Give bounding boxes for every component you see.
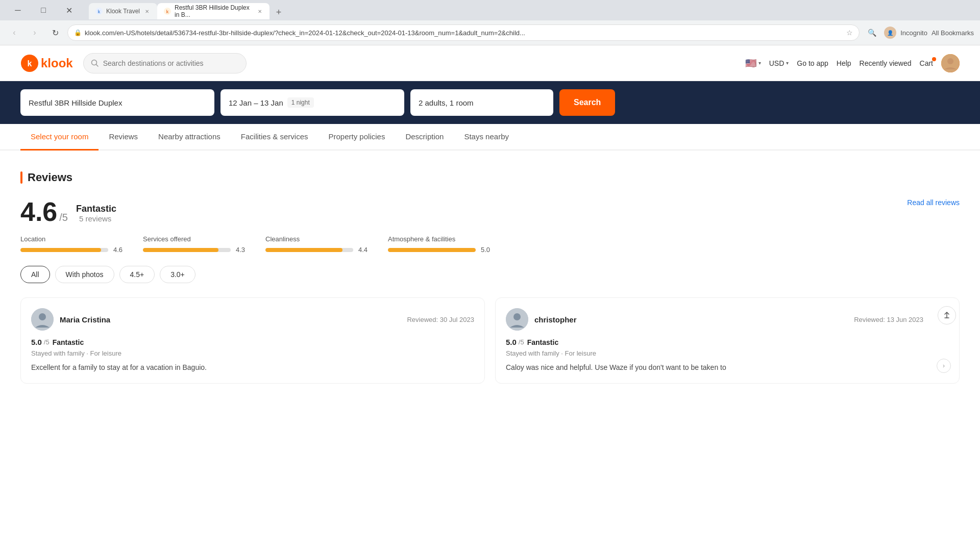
- read-all-reviews-link[interactable]: Read all reviews: [907, 198, 960, 207]
- rating-cat-cleanliness: Cleanliness 4.4: [265, 235, 368, 254]
- back-button[interactable]: ‹: [6, 24, 22, 41]
- klook-logo[interactable]: k klook: [20, 54, 73, 72]
- guests-search-field[interactable]: 2 adults, 1 room: [410, 89, 553, 116]
- klook-header: k klook 🇺🇸 ▾ USD ▾ Go to app Help Recent…: [0, 45, 980, 81]
- svg-point-11: [39, 313, 46, 320]
- dates-search-field[interactable]: 12 Jan – 13 Jan 1 night: [220, 89, 404, 116]
- review-score-1: 5.0: [31, 338, 42, 346]
- tab-description[interactable]: Description: [395, 124, 454, 151]
- rating-cat-location: Location 4.6: [20, 235, 122, 254]
- review-date-1: Reviewed: 30 Jul 2023: [407, 316, 474, 323]
- cat-cleanliness-bar-fill: [265, 248, 342, 252]
- cat-cleanliness-label: Cleanliness: [265, 235, 368, 243]
- recently-viewed-link[interactable]: Recently viewed: [860, 59, 912, 67]
- section-title-text: Reviews: [28, 171, 72, 184]
- reviewer-avatar-2: [506, 308, 528, 331]
- filter-all-pill[interactable]: All: [20, 266, 50, 283]
- flag-icon: 🇺🇸: [745, 58, 756, 69]
- card-arrow-right[interactable]: ›: [937, 359, 951, 373]
- cat-services-score: 4.3: [236, 246, 245, 254]
- minimize-button[interactable]: ─: [6, 2, 30, 18]
- tab-restful-duplex[interactable]: k Restful 3BR Hillside Duplex in B... ✕: [157, 3, 270, 19]
- review-card-1: Maria Cristina Reviewed: 30 Jul 2023 5.0…: [20, 297, 485, 384]
- cart-link[interactable]: Cart: [920, 59, 933, 67]
- cat-location-bar-fill: [20, 248, 101, 252]
- cat-cleanliness-bar-row: 4.4: [265, 246, 368, 254]
- rating-cat-services: Services offered 4.3: [143, 235, 245, 254]
- browser-chrome: ─ □ ✕ k Klook Travel ✕ k Restful 3BR Hil…: [0, 0, 980, 45]
- cat-atmosphere-bar-fill: [388, 248, 476, 252]
- tab-title-active: Restful 3BR Hillside Duplex in B...: [175, 4, 253, 18]
- review-rating-1: 5.0 /5 Fantastic: [31, 338, 474, 346]
- filter-3plus-pill[interactable]: 3.0+: [160, 266, 195, 283]
- cat-location-bar-row: 4.6: [20, 246, 122, 254]
- user-avatar[interactable]: [941, 54, 960, 72]
- bookmark-star-icon[interactable]: ☆: [846, 29, 853, 37]
- tab-stays-nearby[interactable]: Stays nearby: [454, 124, 519, 151]
- search-banner: Restful 3BR Hillside Duplex 12 Jan – 13 …: [0, 81, 980, 124]
- review-rating-label-1: Fantastic: [53, 338, 84, 346]
- property-name-text: Restful 3BR Hillside Duplex: [29, 98, 122, 107]
- language-selector[interactable]: 🇺🇸 ▾: [745, 58, 761, 69]
- browser-titlebar: ─ □ ✕ k Klook Travel ✕ k Restful 3BR Hil…: [0, 0, 980, 20]
- title-bar-accent: [20, 171, 22, 184]
- tab-klook-travel[interactable]: k Klook Travel ✕: [89, 3, 157, 19]
- reviews-section: Reviews 4.6 /5 Fantastic 5 reviews Read …: [0, 151, 980, 394]
- tab-title: Klook Travel: [106, 8, 140, 15]
- reviewer-header-1: Maria Cristina Reviewed: 30 Jul 2023: [31, 308, 474, 331]
- refresh-button[interactable]: ↻: [47, 24, 63, 41]
- maximize-button[interactable]: □: [32, 2, 55, 18]
- cat-services-label: Services offered: [143, 235, 245, 243]
- tab-nearby-attractions[interactable]: Nearby attractions: [148, 124, 231, 151]
- logo-text: klook: [41, 56, 73, 70]
- lock-icon: 🔒: [74, 29, 82, 36]
- cat-cleanliness-score: 4.4: [358, 246, 368, 254]
- review-meta-2: Stayed with family · For leisure: [506, 349, 949, 357]
- svg-point-9: [947, 58, 953, 64]
- filter-with-photos-pill[interactable]: With photos: [55, 266, 114, 283]
- reviewer-avatar-1: [31, 308, 54, 331]
- header-search-bar[interactable]: [83, 53, 247, 73]
- overall-score: 4.6: [20, 198, 57, 225]
- overall-denom: /5: [59, 212, 68, 223]
- review-date-2: Reviewed: 13 Jun 2023: [854, 316, 923, 323]
- cat-atmosphere-bar-row: 5.0: [388, 246, 490, 254]
- reviewer-header-2: christopher Reviewed: 13 Jun 2023: [506, 308, 949, 331]
- cat-cleanliness-bar-bg: [265, 248, 353, 252]
- tab-property-policies[interactable]: Property policies: [318, 124, 396, 151]
- tab-facilities-services[interactable]: Facilities & services: [231, 124, 318, 151]
- scroll-top-button[interactable]: [938, 306, 956, 324]
- address-bar[interactable]: 🔒 klook.com/en-US/hotels/detail/536734-r…: [67, 24, 860, 41]
- search-button[interactable]: Search: [559, 89, 615, 116]
- cat-services-bar-fill: [143, 248, 218, 252]
- extension-icon[interactable]: 🔍: [864, 24, 880, 41]
- bookmarks-label[interactable]: All Bookmarks: [932, 29, 974, 37]
- search-icon: [91, 59, 99, 67]
- currency-selector[interactable]: USD ▾: [769, 59, 789, 67]
- forward-button[interactable]: ›: [27, 24, 43, 41]
- review-score-2: 5.0: [506, 338, 517, 346]
- browser-toolbar: ‹ › ↻ 🔒 klook.com/en-US/hotels/detail/53…: [0, 20, 980, 45]
- night-badge: 1 night: [287, 97, 314, 108]
- tab-reviews[interactable]: Reviews: [99, 124, 148, 151]
- avatar-image: [941, 54, 960, 72]
- tab-select-room[interactable]: Select your room: [20, 124, 99, 151]
- dates-text: 12 Jan – 13 Jan: [229, 98, 283, 107]
- new-tab-button[interactable]: +: [272, 5, 286, 19]
- rating-label: Fantastic: [76, 204, 116, 214]
- window-controls: ─ □ ✕: [6, 2, 81, 18]
- svg-point-15: [513, 313, 521, 320]
- go-to-app-link[interactable]: Go to app: [797, 59, 828, 67]
- close-button[interactable]: ✕: [57, 2, 81, 18]
- review-rating-label-2: Fantastic: [527, 338, 558, 346]
- reviewer-info-1: Maria Cristina: [60, 315, 401, 324]
- filter-4plus-pill[interactable]: 4.5+: [119, 266, 155, 283]
- profile-icon[interactable]: 👤: [882, 24, 898, 41]
- help-link[interactable]: Help: [837, 59, 851, 67]
- property-search-field[interactable]: Restful 3BR Hillside Duplex: [20, 89, 214, 116]
- tab-close-icon[interactable]: ✕: [143, 7, 151, 15]
- rating-categories: Location 4.6 Services offered 4.3 Cleanl…: [20, 235, 960, 254]
- profile-avatar: 👤: [884, 27, 896, 39]
- tab-close-active-icon[interactable]: ✕: [256, 7, 263, 15]
- search-input[interactable]: [103, 59, 239, 67]
